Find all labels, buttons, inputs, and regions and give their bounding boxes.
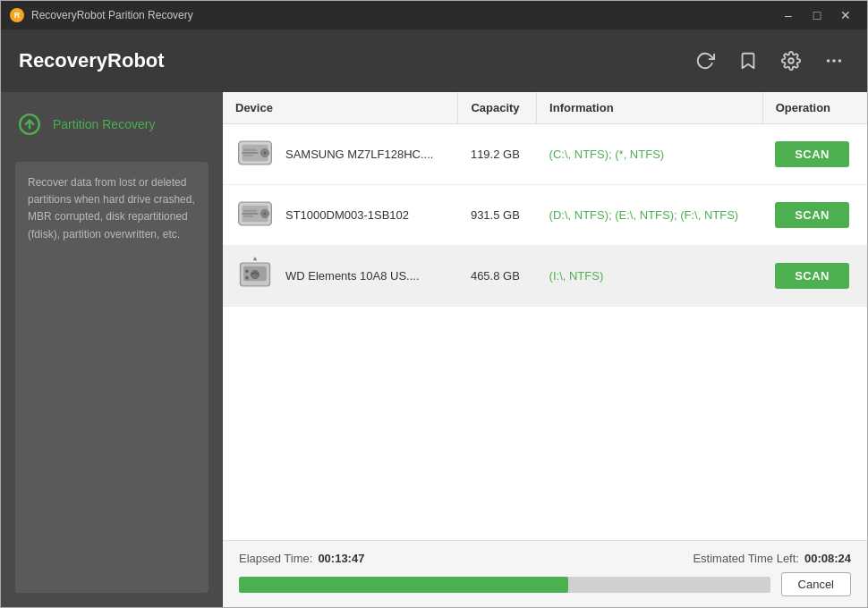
title-bar-left: R RecoveryRobot Parition Recovery — [10, 8, 193, 22]
bookmark-icon-button[interactable] — [733, 46, 763, 76]
progress-bar-container — [239, 577, 770, 593]
operation-cell-2: SCAN — [762, 246, 867, 307]
col-device: Device — [223, 92, 458, 124]
scan-button-1[interactable]: SCAN — [775, 202, 849, 228]
table-row: WD Elements 10A8 US.... 465.8 GB (I:\, N… — [223, 246, 867, 307]
footer-times: Elapsed Time: 00:13:47 Estimated Time Le… — [239, 552, 851, 565]
header-icon-group — [690, 46, 849, 76]
settings-icon-button[interactable] — [776, 46, 806, 76]
sidebar-item-partition-recovery[interactable]: Partition Recovery — [1, 101, 223, 148]
close-button[interactable]: ✕ — [833, 5, 858, 25]
partition-recovery-icon — [17, 112, 42, 137]
device-icon-0 — [235, 133, 275, 175]
elapsed-time-item: Elapsed Time: 00:13:47 — [239, 552, 364, 565]
table-header-row: Device Capacity Information Operation — [223, 92, 867, 124]
scan-button-0[interactable]: SCAN — [775, 141, 849, 167]
capacity-cell-1: 931.5 GB — [458, 185, 537, 246]
operation-cell-0: SCAN — [762, 124, 867, 185]
table-row: ST1000DM003-1SB102 931.5 GB (D:\, NTFS);… — [223, 185, 867, 246]
more-icon-button[interactable] — [819, 46, 849, 76]
progress-bar-fill — [239, 577, 568, 593]
device-cell-2: WD Elements 10A8 US.... — [223, 246, 458, 307]
col-operation: Operation — [762, 92, 867, 124]
device-cell-1: ST1000DM003-1SB102 — [223, 185, 458, 246]
svg-point-2 — [839, 60, 841, 62]
more-icon — [824, 51, 844, 71]
svg-point-23 — [245, 270, 249, 274]
svg-point-1 — [833, 60, 835, 62]
app-icon: R — [10, 8, 24, 22]
right-panel: Device Capacity Information Operation SA… — [223, 92, 867, 607]
elapsed-value: 00:13:47 — [318, 552, 364, 565]
device-icon-2 — [235, 255, 275, 297]
elapsed-label: Elapsed Time: — [239, 552, 312, 565]
scan-button-2[interactable]: SCAN — [775, 263, 849, 289]
svg-point-3 — [828, 60, 830, 62]
refresh-icon-button[interactable] — [690, 46, 720, 76]
settings-icon — [781, 51, 801, 71]
header: RecoveryRobot — [1, 30, 867, 92]
device-name-0: SAMSUNG MZ7LF128HC.... — [285, 148, 433, 161]
device-cell-0: SAMSUNG MZ7LF128HC.... — [223, 124, 458, 185]
info-cell-2: (I:\, NTFS) — [537, 246, 763, 307]
cancel-button[interactable]: Cancel — [781, 572, 851, 596]
estimated-label: Estimated Time Left: — [693, 552, 799, 565]
svg-point-24 — [245, 276, 249, 280]
estimated-value: 00:08:24 — [804, 552, 851, 565]
svg-rect-19 — [243, 215, 253, 217]
refresh-icon — [695, 51, 715, 71]
title-bar: R RecoveryRobot Parition Recovery – □ ✕ — [1, 1, 867, 30]
operation-cell-1: SCAN — [762, 185, 867, 246]
title-bar-controls: – □ ✕ — [776, 5, 858, 25]
info-cell-1: (D:\, NTFS); (E:\, NTFS); (F:\, NTFS) — [537, 185, 763, 246]
svg-rect-18 — [243, 209, 257, 212]
partition-recovery-label: Partition Recovery — [53, 117, 155, 131]
svg-point-16 — [263, 212, 267, 215]
devices-table: Device Capacity Information Operation SA… — [223, 92, 867, 307]
svg-point-9 — [263, 151, 267, 155]
minimize-button[interactable]: – — [776, 5, 801, 25]
device-icon-1 — [235, 194, 275, 236]
capacity-cell-2: 465.8 GB — [458, 246, 537, 307]
device-name-1: ST1000DM003-1SB102 — [285, 208, 409, 222]
col-capacity: Capacity — [458, 92, 537, 124]
sidebar-description: Recover data from lost or deleted partit… — [15, 162, 208, 593]
capacity-cell-0: 119.2 GB — [458, 124, 537, 185]
svg-point-0 — [788, 58, 794, 63]
col-information: Information — [537, 92, 763, 124]
svg-rect-12 — [243, 155, 253, 156]
app-title: RecoveryRobot — [19, 49, 165, 72]
estimated-time-item: Estimated Time Left: 00:08:24 — [693, 552, 851, 565]
table-row: SAMSUNG MZ7LF128HC.... 119.2 GB (C:\, NT… — [223, 124, 867, 185]
app-window: R RecoveryRobot Parition Recovery – □ ✕ … — [0, 0, 868, 608]
main-content: Partition Recovery Recover data from los… — [1, 92, 867, 607]
maximize-button[interactable]: □ — [804, 5, 830, 25]
table-area: Device Capacity Information Operation SA… — [223, 92, 867, 540]
sidebar: Partition Recovery Recover data from los… — [1, 92, 223, 607]
svg-rect-11 — [243, 148, 257, 151]
info-cell-0: (C:\, NTFS); (*, NTFS) — [537, 124, 763, 185]
progress-row: Cancel — [239, 572, 851, 596]
device-name-2: WD Elements 10A8 US.... — [285, 269, 420, 283]
bookmark-icon — [738, 51, 758, 71]
window-title: RecoveryRobot Parition Recovery — [31, 9, 193, 21]
footer: Elapsed Time: 00:13:47 Estimated Time Le… — [223, 540, 867, 607]
